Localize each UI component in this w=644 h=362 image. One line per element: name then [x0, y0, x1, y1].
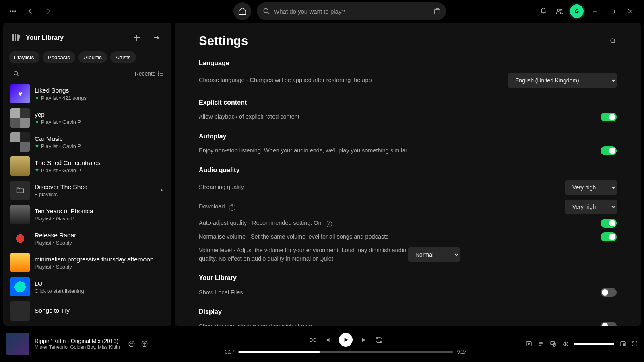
playlist-name: DJ — [35, 280, 84, 287]
playlist-meta: Playlist • 421 songs — [35, 95, 87, 101]
now-playing-view-button[interactable] — [526, 341, 532, 347]
playlist-cover — [10, 301, 30, 321]
expand-library-button[interactable] — [149, 31, 163, 45]
library-item[interactable]: yepPlaylist • Gavin P — [7, 106, 167, 130]
queue-button[interactable] — [538, 341, 544, 347]
library-item[interactable]: Songs to Try — [7, 299, 167, 321]
fullscreen-button[interactable] — [632, 341, 638, 347]
playlist-meta: Playlist • Gavin P — [35, 119, 81, 125]
explicit-toggle[interactable] — [601, 113, 617, 121]
library-icon[interactable] — [11, 33, 21, 43]
library-section-title: Your Library — [199, 274, 617, 282]
language-select[interactable]: English (United Kingdom) — [508, 73, 617, 88]
browse-icon[interactable] — [431, 4, 443, 19]
next-button[interactable] — [361, 337, 367, 343]
add-button[interactable] — [141, 340, 148, 348]
volume-level-label: Volume level - Adjust the volume for you… — [199, 246, 408, 263]
play-button[interactable] — [339, 333, 353, 347]
window-close-button[interactable] — [622, 5, 638, 17]
window-minimize-button[interactable] — [587, 5, 603, 17]
home-button[interactable] — [233, 2, 251, 20]
search-input[interactable] — [274, 8, 425, 15]
chevron-right-icon — [159, 188, 164, 193]
sort-label: Recents — [135, 70, 155, 77]
svg-point-0 — [10, 10, 11, 12]
progress-bar[interactable] — [238, 351, 453, 353]
svg-point-11 — [158, 72, 159, 72]
library-item[interactable]: ♥Liked SongsPlaylist • 421 songs — [7, 82, 167, 106]
playlist-name: minimalism progressive thursday afternoo… — [35, 256, 153, 263]
normalise-label: Normalise volume - Set the same volume l… — [199, 232, 601, 241]
now-playing-artist[interactable]: Mister Tenebrio, Golden Boy, Miss Kittin — [35, 344, 120, 350]
user-avatar[interactable]: G — [568, 3, 585, 20]
library-item[interactable]: The Shed ConcentratesPlaylist • Gavin P — [7, 154, 167, 178]
library-item[interactable]: Discover The Shed8 playlists — [7, 178, 167, 202]
player-bar: Rippin' Kittin - Original Mix (2013) Mis… — [0, 326, 644, 362]
svg-point-2 — [14, 10, 16, 12]
miniplayer-button[interactable] — [620, 341, 626, 347]
library-item[interactable]: Ten Years of PhonicaPlaylist • Gavin P — [7, 202, 167, 226]
notifications-button[interactable] — [536, 4, 551, 19]
now-playing-cover[interactable] — [6, 333, 29, 355]
playlist-cover — [10, 229, 30, 248]
previous-button[interactable] — [324, 337, 331, 343]
library-item[interactable]: DJClick to start listening — [7, 275, 167, 299]
now-playing-panel-label: Show the now-playing panel on click of p… — [199, 322, 601, 326]
repeat-button[interactable] — [376, 337, 382, 343]
filter-chip-artists[interactable]: Artists — [110, 51, 136, 63]
library-item[interactable]: minimalism progressive thursday afternoo… — [7, 251, 167, 275]
volume-slider[interactable] — [574, 343, 614, 345]
playlist-cover — [10, 156, 30, 176]
sort-button[interactable]: Recents — [135, 70, 164, 77]
search-bar[interactable] — [257, 2, 446, 20]
library-item[interactable]: Release RadarPlaylist • Spotify — [7, 226, 167, 251]
autoadjust-toggle[interactable] — [601, 219, 617, 228]
library-search-button[interactable] — [10, 68, 22, 79]
svg-rect-8 — [12, 34, 14, 41]
local-files-toggle[interactable] — [601, 288, 617, 297]
explicit-section-title: Explicit content — [199, 99, 617, 106]
help-icon[interactable]: ? — [326, 221, 332, 227]
library-item[interactable]: Car MusicPlaylist • Gavin P — [7, 130, 167, 154]
nav-forward-button[interactable] — [41, 4, 56, 19]
settings-search-button[interactable] — [609, 37, 617, 45]
svg-point-1 — [12, 10, 14, 12]
autoadjust-label: Auto-adjust quality - Recommended settin… — [199, 219, 601, 227]
friends-button[interactable] — [552, 4, 567, 19]
create-playlist-button[interactable] — [130, 31, 144, 45]
autoplay-toggle[interactable] — [601, 146, 617, 155]
playlist-cover — [10, 253, 30, 272]
volume-level-select[interactable]: Normal — [408, 247, 460, 262]
help-icon[interactable]: ? — [229, 204, 235, 211]
playlist-name: Ten Years of Phonica — [35, 208, 93, 215]
connect-device-button[interactable] — [550, 341, 556, 347]
language-section-title: Language — [199, 60, 617, 67]
playlist-name: The Shed Concentrates — [35, 159, 101, 167]
pin-icon — [35, 168, 39, 173]
remove-button[interactable] — [128, 340, 135, 348]
settings-panel: Settings Language Choose language - Chan… — [175, 23, 641, 326]
library-title[interactable]: Your Library — [26, 34, 125, 41]
more-menu-button[interactable] — [6, 4, 20, 19]
now-playing-panel-toggle[interactable] — [601, 322, 617, 326]
nav-back-button[interactable] — [23, 4, 38, 19]
svg-point-13 — [158, 75, 159, 76]
streaming-quality-label: Streaming quality — [199, 183, 565, 191]
playlist-meta: Playlist • Spotify — [35, 240, 76, 246]
pin-icon — [35, 144, 39, 148]
playlist-meta: Playlist • Spotify — [35, 264, 153, 270]
filter-chip-playlists[interactable]: Playlists — [9, 51, 39, 63]
normalise-toggle[interactable] — [601, 232, 617, 241]
playlist-cover: ♥ — [10, 84, 30, 103]
library-sidebar: Your Library PlaylistsPodcastsAlbumsArti… — [3, 23, 171, 326]
filter-chip-podcasts[interactable]: Podcasts — [43, 51, 76, 63]
time-total: 9:27 — [457, 349, 466, 355]
mute-button[interactable] — [562, 341, 568, 347]
download-quality-select[interactable]: Very high — [565, 200, 617, 214]
playlist-meta: Playlist • Gavin P — [35, 216, 93, 222]
filter-chip-albums[interactable]: Albums — [78, 51, 107, 63]
window-maximize-button[interactable] — [605, 5, 621, 17]
now-playing-title[interactable]: Rippin' Kittin - Original Mix (2013) — [35, 338, 120, 344]
shuffle-button[interactable] — [309, 337, 316, 343]
streaming-quality-select[interactable]: Very high — [565, 180, 617, 195]
